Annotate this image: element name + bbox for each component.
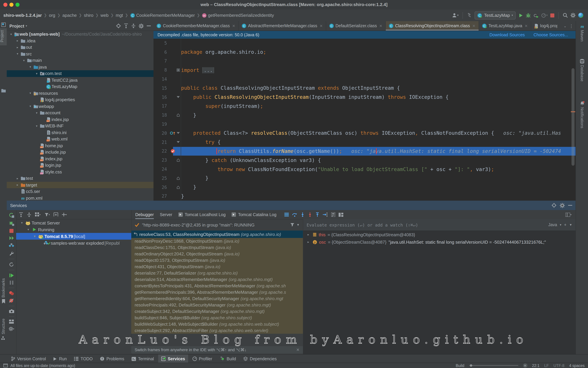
chevron-down-icon[interactable]: ▾	[26, 228, 31, 231]
chevron-right-icon[interactable]: ▸	[306, 240, 311, 244]
restore-layout-button[interactable]: ▾	[566, 212, 571, 217]
gutter-icon-slot[interactable]	[170, 149, 176, 153]
tool-button-bookmarks[interactable]: Bookmarks	[0, 278, 7, 303]
tool-button-database[interactable]: Database	[576, 59, 588, 81]
stack-frame[interactable]: resolveClass:53, ClassResolvingObjectInp…	[131, 230, 303, 238]
service-item-Running[interactable]: ▾Running	[16, 226, 131, 233]
chevron-right-icon[interactable]: ▸	[15, 46, 20, 49]
stack-frame[interactable]: convertBytesToPrincipals:431, AbstractRe…	[131, 283, 303, 289]
fold-marker[interactable]	[176, 129, 181, 138]
stop-button[interactable]	[550, 13, 554, 17]
chevron-down-icon[interactable]: ▾	[34, 72, 39, 75]
tool-button-project[interactable]: Project	[0, 23, 7, 45]
stack-frame[interactable]: getRememberedPrincipals:396, AbstractRem…	[131, 289, 303, 295]
fold-marker[interactable]	[176, 156, 181, 165]
hidden-tabs-chevron-icon[interactable]: ⌄	[564, 24, 567, 28]
debug-layout-boxes-button[interactable]	[9, 320, 14, 324]
debug-gear-dd-button[interactable]: ▾	[9, 327, 14, 331]
fold-marker[interactable]	[176, 183, 181, 192]
stack-frame[interactable]: deserialize:514, AbstractRememberMeManag…	[131, 276, 303, 283]
tree-item-cc5.ser[interactable]: cc5.ser	[7, 188, 154, 195]
chevron-down-icon[interactable]: ▾	[32, 235, 37, 238]
project-panel-title[interactable]: Project	[10, 23, 24, 28]
banner-link-Download-Sources[interactable]: Download Sources	[489, 32, 525, 37]
fold-marker[interactable]	[176, 111, 181, 120]
grid-button[interactable]: ▾	[35, 212, 40, 217]
user-button[interactable]: ▾	[452, 13, 459, 18]
play-button[interactable]	[518, 13, 523, 18]
tree-item-java[interactable]: ▾java	[7, 64, 154, 70]
tree-item-include.jsp[interactable]: JSPinclude.jsp	[7, 149, 154, 156]
tree-item-TestCC2.java[interactable]: JTestCC2.java	[7, 77, 154, 83]
tree-item-account[interactable]: ▾account	[7, 110, 154, 116]
debug-rerun-button[interactable]	[9, 213, 14, 218]
breadcrumb-item[interactable]: mgt	[116, 13, 123, 18]
evaluate-expression-input[interactable]: Evaluate expression (↵) or add a watch (…	[303, 219, 576, 231]
step-into-button[interactable]	[301, 212, 305, 217]
debug-resume-arrows-button[interactable]	[9, 236, 14, 240]
chevron-down-icon[interactable]: ▾	[15, 52, 20, 56]
debug-stop-button[interactable]	[10, 229, 13, 233]
service-item-Tomcat-8.5.79[interactable]: ▾Tomcat 8.5.79 [local]	[16, 233, 131, 240]
tool-button-folder[interactable]	[0, 88, 7, 93]
chevron-right-icon[interactable]: ▸	[15, 183, 20, 187]
tree-item-home.jsp[interactable]: JSPhome.jsp	[7, 142, 154, 149]
close-tab-icon[interactable]: ✕	[232, 24, 235, 28]
tree-item-main[interactable]: ▾main	[7, 57, 154, 64]
close-window-button[interactable]	[3, 3, 7, 7]
hammer-button[interactable]	[467, 13, 472, 18]
debug-pause-button[interactable]	[10, 281, 13, 285]
tree-item-pom.xml[interactable]: mpom.xml	[7, 195, 154, 201]
window-layout-icon[interactable]	[3, 364, 8, 367]
breadcrumb-item[interactable]: org	[49, 13, 55, 18]
sphere-button[interactable]	[578, 13, 583, 18]
gear-icon[interactable]	[560, 203, 565, 208]
stack-frame[interactable]: resolvePrincipals:492, DefaultSecurityMa…	[131, 302, 303, 308]
tree-item-src[interactable]: ▾src	[7, 51, 154, 57]
frame-plus-button[interactable]	[54, 212, 58, 217]
expand-all-icon[interactable]	[124, 24, 128, 28]
language-chevron-icon[interactable]: ▾	[560, 223, 561, 227]
debugger-tab-Tomcat-Localhost-Log[interactable]: Tomcat Localhost Log	[178, 210, 225, 219]
tool-button-structure[interactable]: Structure	[0, 319, 7, 340]
tool-window-button-Run[interactable]: Run	[50, 355, 70, 363]
debugger-tab-Server[interactable]: Server	[160, 210, 172, 219]
close-tab-icon[interactable]: ✕	[472, 24, 475, 28]
editor-tab-log4j.properties[interactable]: log4j.properties✕	[531, 21, 557, 31]
tree-item-com.test[interactable]: ▾com.test	[7, 70, 154, 77]
file-encoding[interactable]: UTF-8	[553, 363, 564, 368]
minus-icon[interactable]	[568, 205, 572, 206]
stack-frame[interactable]: readObject0:1573, ObjectInputStream(java…	[131, 257, 303, 264]
debug-play-bar-button[interactable]	[9, 273, 14, 278]
debug-refresh-button[interactable]	[9, 262, 14, 267]
chevron-down-icon[interactable]: ▾	[9, 33, 13, 36]
debug-rerun-bug-button[interactable]	[9, 221, 14, 226]
editor-tab-ClassResolvingObjectInputStream.class[interactable]: CClassResolvingObjectInputStream.class✕	[386, 21, 479, 31]
tree-item-login.jsp[interactable]: JSPlogin.jsp	[7, 162, 154, 168]
editor-tab-AbstractRememberMeManager.class[interactable]: CAbstractRememberMeManager.class✕	[239, 21, 326, 31]
breadcrumb-item[interactable]: shiro-web-1.2.4.jar	[3, 13, 42, 18]
layout-cols-button[interactable]	[339, 212, 344, 217]
tree-item-WEB-INF[interactable]: ▾WEB-INF	[7, 123, 154, 129]
debug-camera-button[interactable]	[9, 309, 14, 313]
step-over-button[interactable]	[292, 212, 297, 217]
tree-item-index.jsp[interactable]: JSPindex.jsp	[7, 116, 154, 123]
plus-dd-button[interactable]: ▾	[62, 213, 67, 216]
run-to-cursor-button[interactable]	[323, 212, 328, 217]
editor-tab-DefaultSerializer.class[interactable]: CDefaultSerializer.class✕	[326, 21, 386, 31]
code-editor[interactable]: 56package org.apache.shiro.io;78import .…	[154, 39, 576, 201]
thread-dropdown-chevron-icon[interactable]: ▼	[297, 223, 299, 227]
variable-row-osc[interactable]: ▸posc = {ObjectStreamClass@4087} "java.u…	[303, 238, 576, 246]
chevron-down-icon[interactable]: ▾	[28, 105, 33, 108]
calc-button[interactable]	[331, 212, 335, 217]
indent-setting[interactable]: 4 spaces	[569, 363, 585, 368]
tree-item-shiro.ini[interactable]: shiro.ini	[7, 129, 154, 136]
breadcrumb-item[interactable]: shiro	[84, 13, 93, 18]
tree-item-test[interactable]: ▸test	[7, 175, 154, 182]
tree-item-target[interactable]: ▸target	[7, 182, 154, 188]
tool-window-button-Build[interactable]: Build	[217, 355, 239, 363]
stack-frame[interactable]: buildWebSubject:148, WebSubject$Builder(…	[131, 321, 303, 327]
variable-row-this[interactable]: ▸this = {ClassResolvingObjectInputStream…	[303, 231, 576, 238]
debug-bug-button[interactable]	[526, 13, 531, 18]
chevron-right-icon[interactable]: ▸	[15, 39, 20, 43]
